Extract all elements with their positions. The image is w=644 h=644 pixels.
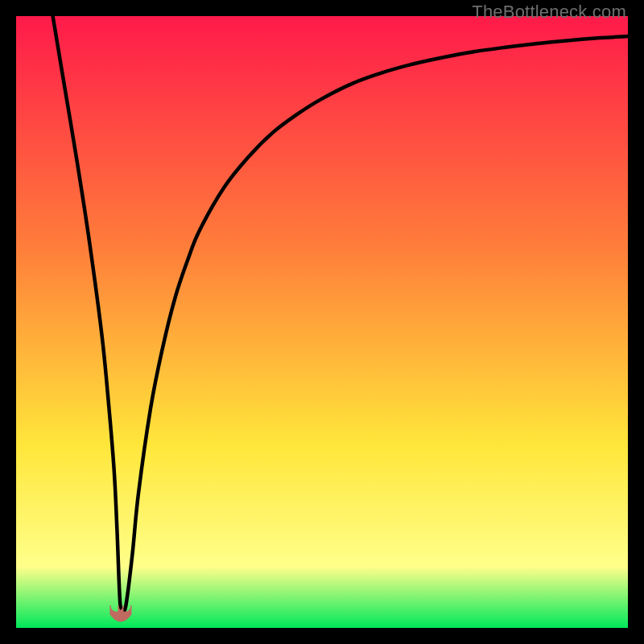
chart-plot-area: [16, 16, 628, 628]
gradient-background: [16, 16, 628, 628]
bottleneck-chart: [16, 16, 628, 628]
watermark-text: TheBottleneck.com: [472, 2, 626, 23]
